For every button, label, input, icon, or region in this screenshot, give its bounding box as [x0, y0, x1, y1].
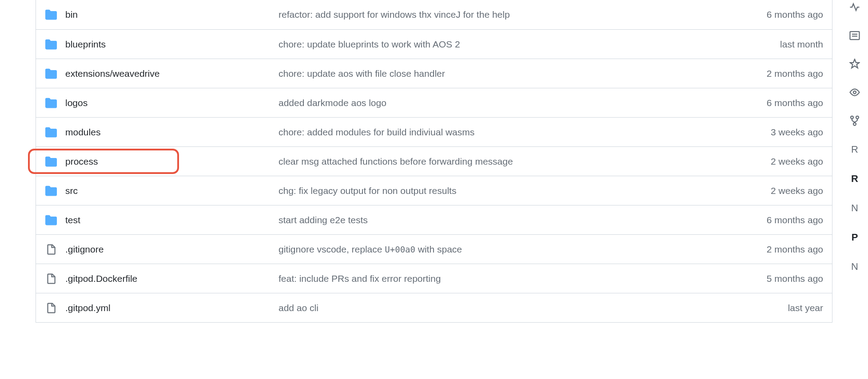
file-name-link[interactable]: .gitignore [65, 244, 279, 255]
commit-time: 2 months ago [767, 244, 823, 255]
commit-time: last year [788, 303, 823, 313]
svg-point-3 [853, 91, 856, 94]
commit-time: 2 weeks ago [771, 186, 823, 196]
file-row: blueprintschore: update blueprints to wo… [36, 29, 832, 59]
folder-icon [45, 185, 57, 197]
commit-message-link[interactable]: start adding e2e tests [279, 215, 760, 225]
commit-message-link[interactable]: chore: update aos with file close handle… [279, 68, 760, 79]
sidebar: R R N P N [841, 0, 868, 323]
file-name-link[interactable]: .gitpod.yml [65, 303, 279, 313]
file-name-link[interactable]: logos [65, 98, 279, 108]
commit-time: 6 months ago [767, 98, 823, 108]
file-name-link[interactable]: .gitpod.Dockerfile [65, 273, 279, 284]
folder-icon [45, 67, 57, 80]
file-row: processclear msg attached functions befo… [36, 146, 832, 176]
file-row: .gitpod.Dockerfilefeat: include PRs and … [36, 264, 832, 293]
file-icon [45, 243, 57, 256]
commit-time: 2 months ago [767, 68, 823, 79]
fork-icon[interactable] [849, 115, 860, 126]
commit-time: 6 months ago [767, 9, 823, 20]
sidebar-label: R [851, 173, 858, 185]
file-row: teststart adding e2e tests6 months ago [36, 205, 832, 234]
folder-icon [45, 8, 57, 21]
commit-message-link[interactable]: add ao cli [279, 303, 781, 313]
readme-icon[interactable] [849, 30, 860, 41]
folder-icon [45, 97, 57, 109]
activity-icon[interactable] [849, 2, 860, 12]
commit-message-link[interactable]: clear msg attached functions before forw… [279, 156, 764, 167]
sidebar-label: N [851, 261, 858, 272]
sidebar-label: N [851, 202, 858, 214]
file-row: .gitpod.ymladd ao clilast year [36, 293, 832, 322]
file-name-link[interactable]: src [65, 186, 279, 196]
commit-time: 5 months ago [767, 273, 823, 284]
file-name-link[interactable]: test [65, 215, 279, 225]
file-row: moduleschore: added modules for build in… [36, 117, 832, 146]
file-icon [45, 302, 57, 314]
file-list: binrefactor: add support for windows thx… [36, 0, 832, 323]
file-name-link[interactable]: blueprints [65, 39, 279, 50]
file-row: binrefactor: add support for windows thx… [36, 0, 832, 29]
svg-rect-0 [850, 32, 860, 39]
svg-point-5 [856, 116, 859, 119]
commit-time: 2 weeks ago [771, 156, 823, 167]
commit-message-link[interactable]: added darkmode aos logo [279, 98, 760, 108]
file-row: logosadded darkmode aos logo6 months ago [36, 88, 832, 117]
star-icon[interactable] [849, 59, 860, 69]
svg-point-6 [853, 123, 856, 126]
folder-icon [45, 214, 57, 226]
commit-message-link[interactable]: chg: fix legacy output for non output re… [279, 186, 764, 196]
folder-icon [45, 38, 57, 51]
file-row: .gitignoregitignore vscode, replace U+00… [36, 234, 832, 264]
commit-message-link[interactable]: chore: update blueprints to work with AO… [279, 39, 773, 50]
sidebar-label: P [852, 232, 858, 243]
commit-time: 6 months ago [767, 215, 823, 225]
svg-point-4 [851, 116, 853, 119]
commit-message-link[interactable]: feat: include PRs and fix error reportin… [279, 273, 760, 284]
file-icon [45, 272, 57, 285]
commit-message-link[interactable]: gitignore vscode, replace U+00a0 with sp… [279, 244, 760, 255]
file-name-link[interactable]: modules [65, 127, 279, 138]
commit-time: last month [780, 39, 823, 50]
file-row: srcchg: fix legacy output for non output… [36, 176, 832, 205]
sidebar-label: R [851, 144, 858, 155]
commit-message-link[interactable]: chore: added modules for build indiviual… [279, 127, 764, 138]
commit-time: 3 weeks ago [771, 127, 823, 138]
file-name-link[interactable]: extensions/weavedrive [65, 68, 279, 79]
eye-icon[interactable] [849, 87, 860, 98]
folder-icon [45, 155, 57, 168]
file-row: extensions/weavedrivechore: update aos w… [36, 59, 832, 88]
file-name-link[interactable]: process [65, 156, 279, 167]
commit-message-link[interactable]: refactor: add support for windows thx vi… [279, 9, 760, 20]
file-name-link[interactable]: bin [65, 9, 279, 20]
folder-icon [45, 126, 57, 138]
